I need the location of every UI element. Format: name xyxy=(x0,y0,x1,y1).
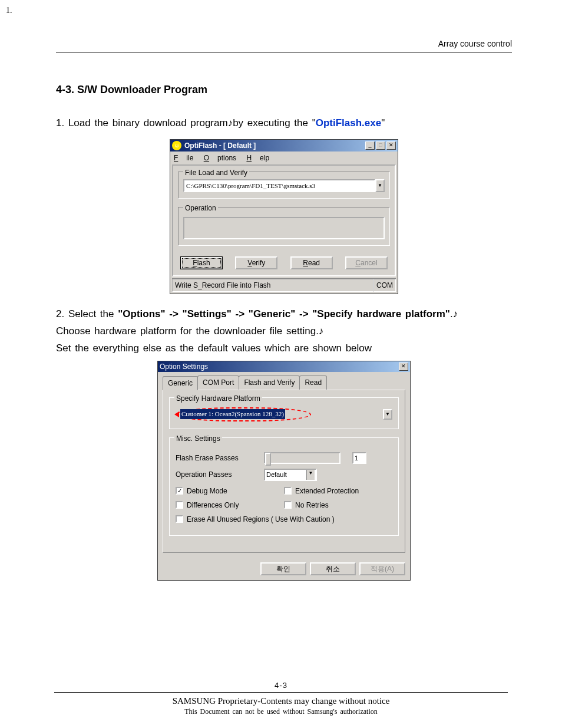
erase-all-checkbox[interactable] xyxy=(176,515,183,523)
debug-mode-checkbox[interactable]: ✓ xyxy=(176,487,183,495)
tab-read[interactable]: Read xyxy=(299,375,327,390)
option-settings-window: Option Settings ✕ Generic COM Port Flash… xyxy=(157,361,411,581)
close-button[interactable]: ✕ xyxy=(386,141,396,150)
slider-thumb[interactable] xyxy=(265,453,271,466)
window-title: OptiFlash - [ Default ] xyxy=(184,140,364,151)
intro-suffix: " xyxy=(381,117,385,129)
misc-settings-group: Misc. Settings Flash Erase Passes 1 Oper… xyxy=(169,437,399,536)
file-path-combo[interactable]: C:\GPRS\C130\program\FD1_TEST\gsmstack.s… xyxy=(183,179,385,193)
differences-only-checkbox[interactable] xyxy=(176,501,183,509)
operation-box xyxy=(183,217,385,239)
extended-protection-label: Extended Protection xyxy=(295,486,359,496)
footer-line1: SAMSUNG Proprietary-Contents may change … xyxy=(0,696,562,706)
cancel-button[interactable]: 취소 xyxy=(310,562,356,575)
hardware-platform-group: Specify Hardware Platform Customer 1: Oc… xyxy=(169,397,399,429)
tab-panel: Specify Hardware Platform Customer 1: Oc… xyxy=(163,390,405,553)
footer-line2: This Document can not be used without Sa… xyxy=(0,707,562,716)
page-footer: 4-3 SAMSUNG Proprietary-Contents may cha… xyxy=(0,681,562,716)
erase-all-label: Erase All Unused Regions ( Use With Caut… xyxy=(187,514,335,525)
smiley-icon: ☺ xyxy=(172,141,181,150)
differences-only-label: Differences Only xyxy=(187,500,239,510)
extended-protection-checkbox[interactable] xyxy=(284,487,292,495)
tab-com-port[interactable]: COM Port xyxy=(197,375,239,390)
titlebar: Option Settings ✕ xyxy=(158,361,410,372)
dropdown-icon[interactable]: ▼ xyxy=(306,470,315,480)
highlight-oval: Customer 1: Ocean2(Spansion 128_32) xyxy=(176,407,311,421)
mid-line3: Set the everything else as the default v… xyxy=(56,342,372,354)
titlebar: ☺ OptiFlash - [ Default ] _ □ ✕ xyxy=(170,140,398,151)
mid-text: 2. Select the "Options" -> "Settings" ->… xyxy=(56,306,512,357)
menu-help[interactable]: Help xyxy=(246,154,269,162)
debug-mode-label: Debug Mode xyxy=(187,486,227,496)
close-button[interactable]: ✕ xyxy=(399,363,408,371)
dropdown-icon[interactable]: ▼ xyxy=(383,409,392,420)
no-retries-label: No Retries xyxy=(295,500,329,510)
intro-highlight: OptiFlash.exe xyxy=(316,117,381,129)
window-body: File Load and Verify C:\GPRS\C130\progra… xyxy=(172,164,396,277)
flash-erase-slider[interactable] xyxy=(264,452,340,464)
dialog-button-row: 확인 취소 적용(A) xyxy=(158,558,410,580)
apply-button: 적용(A) xyxy=(359,562,405,575)
status-right: COM xyxy=(373,279,396,292)
misc-legend: Misc. Settings xyxy=(174,433,222,444)
minimize-button[interactable]: _ xyxy=(365,141,375,150)
read-button[interactable]: Read xyxy=(290,256,333,269)
tab-row: Generic COM Port Flash and Verify Read xyxy=(163,375,405,390)
flash-button[interactable]: Flash xyxy=(180,256,223,269)
mid-line2: Choose hardware platform for the downloa… xyxy=(56,325,323,337)
file-load-group: File Load and Verify C:\GPRS\C130\progra… xyxy=(178,172,390,199)
statusbar: Write S_Record File into Flash COM xyxy=(172,278,396,292)
mid-line1-bold: "Options" -> "Settings" -> "Generic" -> … xyxy=(118,308,450,319)
flash-erase-value[interactable]: 1 xyxy=(352,452,366,465)
section-title: 4-3. S/W Downloader Program xyxy=(56,82,512,98)
menu-options[interactable]: Options xyxy=(204,154,236,162)
flash-erase-label: Flash Erase Passes xyxy=(176,453,264,463)
maximize-button[interactable]: □ xyxy=(376,141,385,150)
window-title: Option Settings xyxy=(160,361,398,372)
dropdown-icon[interactable]: ▼ xyxy=(375,179,385,193)
intro-prefix: 1. Load the binary download program♪by e… xyxy=(56,117,316,129)
file-load-legend: File Load and Verify xyxy=(183,167,249,178)
page-header: Array course control xyxy=(56,39,512,52)
menubar: File Options Help xyxy=(170,151,398,164)
outer-list-number: 1. xyxy=(6,6,562,15)
tab-generic[interactable]: Generic xyxy=(163,376,198,390)
page-content: 4-3. S/W Downloader Program 1. Load the … xyxy=(56,82,512,581)
ok-button[interactable]: 확인 xyxy=(260,562,306,575)
operation-passes-select[interactable]: Default▼ xyxy=(264,469,317,481)
no-retries-checkbox[interactable] xyxy=(284,501,292,509)
footer-line xyxy=(54,692,508,693)
mid-line1-suffix: .♪ xyxy=(450,308,458,319)
operation-group: Operation xyxy=(178,207,390,246)
hw-platform-value[interactable]: Customer 1: Ocean2(Spansion 128_32) xyxy=(180,409,285,419)
mid-line1-prefix: 2. Select the xyxy=(56,308,118,319)
tab-flash-verify[interactable]: Flash and Verify xyxy=(239,375,300,390)
cancel-button: Cancel xyxy=(345,256,388,269)
file-path-input[interactable]: C:\GPRS\C130\program\FD1_TEST\gsmstack.s… xyxy=(183,179,375,193)
hw-legend: Specify Hardware Platform xyxy=(174,393,262,404)
operation-passes-label: Operation Passes xyxy=(176,469,264,480)
page-number: 4-3 xyxy=(0,681,562,690)
operation-legend: Operation xyxy=(183,203,218,213)
status-left: Write S_Record File into Flash xyxy=(172,279,373,292)
button-row: Flash Verify Read Cancel xyxy=(178,254,390,275)
optiflash-window: ☺ OptiFlash - [ Default ] _ □ ✕ File Opt… xyxy=(170,139,398,295)
verify-button[interactable]: Verify xyxy=(235,256,277,269)
menu-file[interactable]: File xyxy=(174,154,193,162)
intro-line: 1. Load the binary download program♪by e… xyxy=(56,116,512,131)
